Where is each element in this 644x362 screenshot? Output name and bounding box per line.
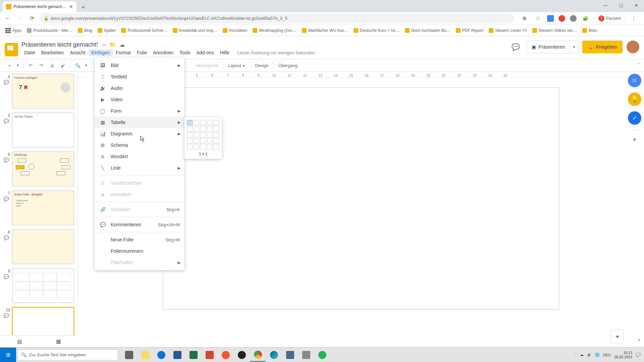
bookmark-item[interactable]: Kreativität und Insp… — [171, 27, 220, 34]
forward-button[interactable]: → — [15, 14, 24, 23]
print-button[interactable]: 🖨 — [47, 61, 57, 70]
powerpoint-button[interactable] — [202, 348, 217, 362]
menu-einfuegen[interactable]: Einfügen — [89, 49, 112, 56]
comment-icon[interactable]: 💬 — [4, 80, 9, 85]
comment-icon[interactable]: 💬 — [4, 196, 9, 201]
slide-thumbnail[interactable]: 5💬 Ich bin Traum — [3, 113, 74, 147]
layout-button[interactable]: Layout ▼ — [226, 63, 248, 68]
bookmark-item[interactable]: Deutsche Kurs + Vo… — [352, 27, 401, 34]
present-dropdown-button[interactable]: ▼ — [570, 41, 578, 53]
slide-thumbnail[interactable]: 6💬 Mindmap — [3, 152, 74, 186]
slide-thumbnail[interactable]: 8💬 — [3, 229, 74, 264]
table-cell[interactable] — [207, 138, 212, 143]
menu-item-foliennummern[interactable]: Foliennummern — [95, 245, 184, 257]
filmstrip-view-button[interactable]: ▤ — [16, 338, 23, 345]
table-cell[interactable] — [187, 144, 193, 149]
slide-canvas[interactable] — [163, 88, 559, 309]
menu-item-linie[interactable]: ╲Linie▶ — [95, 162, 184, 174]
account-avatar[interactable] — [627, 41, 639, 53]
bookmark-item[interactable]: Produktsuche - Mer… — [25, 27, 74, 34]
comment-icon[interactable]: 💬 — [4, 274, 9, 279]
bookmark-item[interactable]: Professionell Schrei… — [119, 27, 169, 34]
table-cell[interactable] — [194, 132, 199, 137]
table-cell[interactable] — [200, 144, 206, 149]
side-panel-toggle[interactable]: › — [638, 336, 640, 343]
extensions-menu-icon[interactable]: 🧩 — [581, 14, 590, 23]
table-cell[interactable] — [194, 144, 199, 149]
menu-item-neue-folie[interactable]: Neue FolieStrg+M — [95, 234, 184, 245]
tasks-addon-button[interactable]: ✓ — [628, 111, 641, 125]
menu-format[interactable]: Format — [113, 49, 133, 56]
profile-paused-badge[interactable]: T Pausiert — [595, 14, 625, 23]
slides-logo-icon[interactable] — [5, 43, 18, 56]
menu-item-tabelle[interactable]: ▦Tabelle▶ — [95, 117, 184, 128]
redo-button[interactable]: ↷ — [37, 61, 46, 70]
bookmark-item[interactable]: PDF Report — [454, 27, 485, 34]
keep-addon-button[interactable]: 💡 — [628, 93, 641, 106]
calendar-addon-button[interactable]: 31 — [628, 74, 641, 87]
grid-view-button[interactable]: ▦ — [55, 338, 62, 345]
menu-item-textfeld[interactable]: ⌶Textfeld — [95, 71, 184, 82]
brave-button[interactable] — [218, 348, 233, 362]
menu-ansicht[interactable]: Ansicht — [67, 49, 88, 56]
table-cell[interactable] — [213, 126, 219, 131]
table-cell[interactable] — [207, 120, 212, 125]
close-tab-icon[interactable]: ✕ — [69, 4, 73, 9]
explore-button[interactable]: ✦ — [610, 330, 624, 343]
document-title[interactable]: Präsentieren leicht gemacht! — [21, 41, 98, 48]
clock[interactable]: 10:11 26.02.2021 — [614, 351, 633, 359]
present-button[interactable]: ▣ Präsentieren — [527, 41, 570, 53]
bookmark-item[interactable]: Büro — [580, 27, 599, 34]
menu-anordnen[interactable]: Anordnen — [150, 49, 176, 56]
filmstrip[interactable]: 4💬 Formen einfügen7 ✖ 5💬 Ich bin Traum 6… — [0, 72, 78, 347]
extension-icon[interactable] — [558, 15, 565, 22]
new-tab-button[interactable]: + — [78, 3, 88, 12]
minimize-button[interactable]: ― — [598, 0, 613, 11]
menu-tools[interactable]: Tools — [177, 49, 193, 56]
extension-icon[interactable] — [547, 15, 554, 22]
comment-icon[interactable]: 💬 — [4, 119, 9, 124]
table-cell[interactable] — [187, 126, 193, 131]
menu-datei[interactable]: Datei — [21, 49, 38, 56]
windows-search-input[interactable]: 🔍 Zur Suche Text hier eingeben — [17, 350, 118, 360]
bookmark-item[interactable]: Kursideen — [221, 27, 249, 34]
table-cell[interactable] — [213, 132, 219, 137]
bookmark-item[interactable]: Wahlfächer WU Aus… — [300, 27, 350, 34]
table-cell[interactable] — [200, 126, 206, 131]
app-button[interactable] — [299, 348, 314, 362]
back-button[interactable]: ← — [3, 14, 12, 23]
network-icon[interactable]: 🌐 — [595, 353, 600, 357]
notifications-icon[interactable]: 💬 — [636, 353, 641, 357]
menu-item-bild[interactable]: 🖼Bild▶ — [95, 60, 184, 71]
zoom-dropdown[interactable]: ▼ — [84, 61, 89, 70]
task-view-button[interactable] — [121, 348, 137, 362]
menu-item-kommentieren[interactable]: 💬KommentierenStrg+Alt+M — [95, 219, 184, 230]
spotify-button[interactable] — [315, 348, 330, 362]
slide-thumbnail[interactable]: 4💬 Formen einfügen7 ✖ — [3, 74, 74, 109]
new-slide-dropdown[interactable]: ▼ — [15, 61, 20, 70]
zoom-button[interactable]: 🔍 — [73, 61, 83, 70]
start-button[interactable]: ⊞ — [0, 348, 16, 362]
move-icon[interactable]: 📁 — [109, 42, 116, 48]
table-cell[interactable] — [194, 138, 199, 143]
url-input[interactable]: 🔒 docs.google.com/presentation/d/1yV372S… — [40, 13, 514, 23]
undo-button[interactable]: ↶ — [26, 61, 35, 70]
menu-item-form[interactable]: ◯Form▶ — [95, 105, 184, 117]
excel-button[interactable] — [186, 348, 201, 362]
slide-thumbnail[interactable]: 9💬 — [3, 268, 74, 303]
menu-hilfe[interactable]: Hilfe — [217, 49, 232, 56]
close-window-button[interactable]: ✕ — [629, 0, 644, 11]
bookmark-item[interactable]: Später — [96, 27, 118, 34]
table-cell[interactable] — [200, 138, 206, 143]
table-cell[interactable] — [213, 120, 219, 125]
table-cell[interactable] — [194, 120, 199, 125]
star-icon[interactable]: ☆ — [534, 14, 542, 23]
zoom-icon[interactable]: ⊕ — [520, 14, 529, 23]
table-cell[interactable] — [194, 126, 199, 131]
table-cell[interactable] — [200, 132, 206, 137]
comment-icon[interactable]: 💬 — [4, 235, 9, 240]
apps-button[interactable]: Apps — [3, 27, 23, 34]
table-cell[interactable] — [213, 138, 219, 143]
language-indicator[interactable]: DEU — [603, 353, 611, 357]
menu-item-video[interactable]: ▶Video — [95, 94, 184, 105]
